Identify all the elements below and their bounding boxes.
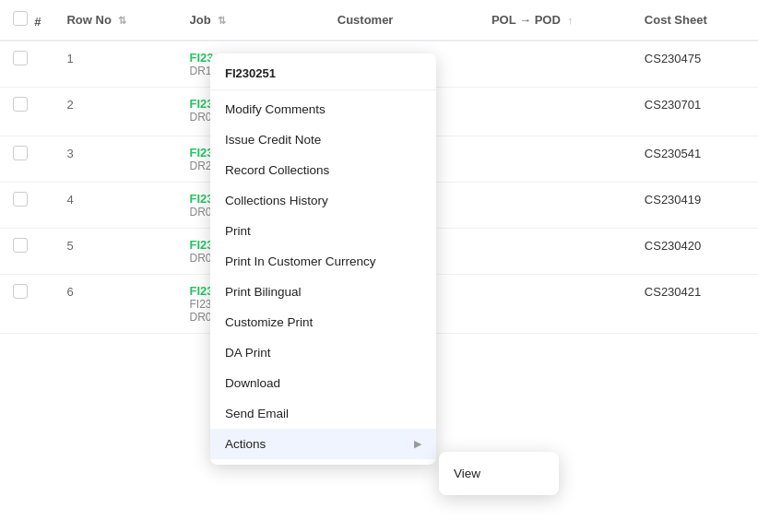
col-costsheet-label: Cost Sheet (645, 13, 707, 27)
row-number: 1 (66, 52, 73, 65)
menu-item-customize-print[interactable]: Customize Print (210, 307, 436, 337)
submenu-item-view[interactable]: View (439, 457, 559, 490)
col-polpod-sort-icon[interactable]: ↑ (567, 15, 573, 26)
menu-item-actions-label: Actions (225, 437, 266, 451)
menu-item-send-email-label: Send Email (225, 407, 289, 420)
row-number: 4 (66, 193, 73, 207)
row-costsheet-cell: CS230421 (632, 275, 758, 334)
col-job-sort-icon[interactable]: ⇅ (218, 15, 226, 27)
cost-sheet-id: CS230419 (645, 193, 701, 207)
menu-item-modify-comments[interactable]: Modify Comments (210, 94, 436, 124)
row-num-cell: 3 (53, 136, 176, 183)
row-polpod-cell (479, 88, 632, 136)
menu-item-download-label: Download (225, 376, 280, 390)
row-polpod-cell (479, 136, 632, 183)
row-number: 2 (66, 98, 73, 112)
row-check-cell (0, 41, 53, 88)
cost-sheet-id: CS230541 (645, 147, 701, 160)
col-customer-label: Customer (338, 13, 394, 27)
col-customer[interactable]: Customer (325, 0, 479, 41)
row-num-cell: 6 (53, 275, 176, 334)
row-num-cell: 2 (53, 88, 176, 136)
row-checkbox[interactable] (13, 238, 28, 253)
cost-sheet-id: CS230420 (645, 239, 701, 253)
row-check-cell (0, 229, 53, 275)
menu-item-print-label: Print (225, 224, 251, 238)
menu-item-modify-comments-label: Modify Comments (225, 102, 326, 116)
row-num-cell: 1 (53, 41, 176, 88)
row-checkbox[interactable] (13, 97, 28, 112)
menu-item-issue-credit-note[interactable]: Issue Credit Note (210, 124, 436, 155)
menu-item-print-bilingual[interactable]: Print Bilingual (210, 277, 436, 307)
menu-item-print-bilingual-label: Print Bilingual (225, 285, 302, 299)
row-costsheet-cell: CS230419 (632, 183, 758, 229)
row-number: 6 (66, 285, 73, 299)
col-polpod[interactable]: POL → POD ↑ (479, 0, 632, 41)
row-number: 5 (66, 239, 73, 253)
col-rowno-sort-icon[interactable]: ⇅ (118, 15, 126, 27)
col-polpod-label: POL → POD (492, 13, 561, 27)
col-rowno-label: Row No (66, 13, 111, 27)
row-check-cell (0, 275, 53, 334)
row-costsheet-cell: CS230701 (632, 88, 758, 136)
row-checkbox[interactable] (13, 192, 28, 207)
row-checkbox[interactable] (13, 51, 28, 65)
row-checkbox[interactable] (13, 146, 28, 160)
row-polpod-cell (479, 183, 632, 229)
submenu: View (439, 452, 559, 495)
menu-item-print[interactable]: Print (210, 216, 436, 246)
row-check-cell (0, 88, 53, 136)
row-polpod-cell (479, 275, 632, 334)
row-polpod-cell (479, 229, 632, 275)
context-menu: FI230251 Modify Comments Issue Credit No… (210, 53, 436, 465)
menu-item-collections-history-label: Collections History (225, 194, 328, 207)
cost-sheet-id: CS230421 (645, 285, 701, 299)
row-check-cell (0, 183, 53, 229)
row-costsheet-cell: CS230541 (632, 136, 758, 183)
menu-item-record-collections[interactable]: Record Collections (210, 155, 436, 185)
row-check-cell (0, 136, 53, 183)
submenu-item-view-label: View (454, 467, 480, 480)
row-num-cell: 4 (53, 183, 176, 229)
chevron-right-icon: ▶ (414, 438, 421, 450)
menu-item-issue-credit-note-label: Issue Credit Note (225, 133, 321, 147)
row-num-cell: 5 (53, 229, 176, 275)
col-check-label: # (34, 15, 41, 29)
menu-item-actions[interactable]: Actions ▶ (210, 429, 436, 459)
menu-item-print-customer-currency-label: Print In Customer Currency (225, 254, 376, 268)
row-checkbox[interactable] (13, 284, 28, 299)
menu-item-customize-print-label: Customize Print (225, 315, 313, 329)
cost-sheet-id: CS230475 (645, 52, 701, 65)
main-container: # Row No ⇅ Job ⇅ Customer POL → POD ↑ (0, 0, 758, 532)
menu-item-print-customer-currency[interactable]: Print In Customer Currency (210, 246, 436, 277)
col-job[interactable]: Job ⇅ (176, 0, 324, 41)
menu-item-record-collections-label: Record Collections (225, 163, 329, 177)
col-rowno[interactable]: Row No ⇅ (53, 0, 176, 41)
dropdown-header: FI230251 (210, 59, 436, 90)
menu-item-da-print[interactable]: DA Print (210, 337, 436, 368)
row-number: 3 (66, 147, 73, 160)
cost-sheet-id: CS230701 (645, 98, 701, 112)
menu-item-da-print-label: DA Print (225, 346, 271, 360)
menu-item-collections-history[interactable]: Collections History (210, 185, 436, 216)
select-all-checkbox[interactable] (13, 11, 28, 26)
menu-item-download[interactable]: Download (210, 368, 436, 398)
row-costsheet-cell: CS230420 (632, 229, 758, 275)
col-costsheet: Cost Sheet (632, 0, 758, 41)
menu-item-send-email[interactable]: Send Email (210, 398, 436, 429)
col-check: # (0, 0, 53, 41)
row-polpod-cell (479, 41, 632, 88)
col-job-label: Job (189, 13, 210, 27)
table-header-row: # Row No ⇅ Job ⇅ Customer POL → POD ↑ (0, 0, 758, 41)
row-costsheet-cell: CS230475 (632, 41, 758, 88)
